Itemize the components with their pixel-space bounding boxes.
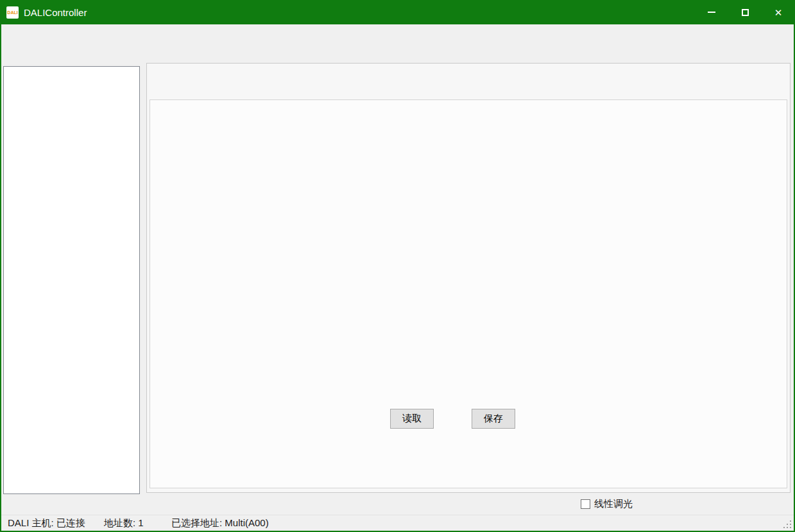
maximize-icon	[742, 9, 749, 16]
status-address-count: 地址数: 1	[104, 517, 171, 529]
resize-grip-icon[interactable]	[783, 520, 791, 528]
linear-dimming-label: 线性调光	[594, 498, 633, 510]
window-title: DALIController	[24, 7, 87, 18]
device-tree	[3, 66, 140, 494]
window-border-left	[0, 24, 1, 532]
linear-dimming-checkbox[interactable]: ✓	[581, 499, 590, 509]
window-controls: ✕	[695, 0, 795, 24]
maximize-button[interactable]	[728, 0, 762, 24]
close-button[interactable]: ✕	[762, 0, 795, 24]
save-button[interactable]: 保存	[472, 409, 515, 429]
minimize-icon	[708, 12, 715, 13]
close-icon: ✕	[774, 8, 783, 17]
menubar	[1, 24, 794, 45]
linear-dimming-option: ✓ 线性调光	[581, 498, 633, 510]
status-host: DALI 主机: 已连接	[8, 517, 104, 529]
sub-tab-page	[150, 99, 787, 488]
app-icon: DALI	[6, 6, 19, 19]
minimize-button[interactable]	[695, 0, 728, 24]
status-selected-address: 已选择地址: Multi(A00)	[171, 517, 269, 529]
read-button[interactable]: 读取	[390, 409, 434, 429]
statusbar: DALI 主机: 已连接 地址数: 1 已选择地址: Multi(A00)	[1, 515, 794, 531]
titlebar: DALI DALIController ✕	[0, 0, 795, 24]
